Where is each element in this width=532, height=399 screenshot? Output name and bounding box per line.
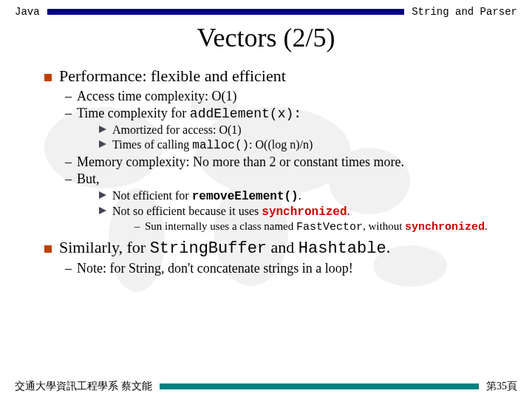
point-remove-inefficient: Not efficient for removeElement(). xyxy=(99,189,510,203)
svg-marker-9 xyxy=(99,191,106,199)
point-amortized: Amortized for access: O(1) xyxy=(99,123,510,137)
point-similarly: Similarly, for StringBuffer and Hashtabl… xyxy=(59,238,390,258)
header-right: String and Parser xyxy=(412,6,517,18)
point-performance: Performance: flexible and efficient xyxy=(59,66,286,86)
arrow-bullet-icon xyxy=(99,126,106,133)
arrow-bullet-icon xyxy=(99,191,106,199)
point-fastvector: Sun internally uses a class named FastVe… xyxy=(134,220,510,233)
arrow-bullet-icon xyxy=(99,140,106,148)
point-string-note: Note: for String, don't concatenate stri… xyxy=(65,261,510,276)
point-memory-complexity: Memory complexity: No more than 2 or con… xyxy=(65,154,510,170)
bullet-square-icon xyxy=(44,245,52,253)
header-rule xyxy=(47,9,405,15)
point-access-complexity: Access time complexity: O(1) xyxy=(65,89,510,104)
svg-marker-10 xyxy=(99,207,106,214)
arrow-bullet-icon xyxy=(99,207,106,214)
header-bar: Java String and Parser xyxy=(0,0,532,18)
bullet-square-icon xyxy=(44,74,52,81)
footer-bar: 交通大學資訊工程學系 蔡文能 第35頁 xyxy=(0,380,532,393)
svg-marker-8 xyxy=(99,140,106,148)
header-left: Java xyxy=(15,6,40,18)
point-malloc-calls: Times of calling malloc(): O((log n)/n) xyxy=(99,138,510,152)
footer-right: 第35頁 xyxy=(486,380,517,393)
point-synchronized-inefficient: Not so efficient because it uses synchro… xyxy=(99,205,510,233)
slide-title: Vectors (2/5) xyxy=(0,22,532,53)
slide-body: Performance: flexible and efficient Acce… xyxy=(0,66,532,276)
footer-rule xyxy=(160,383,480,389)
point-addelement-complexity: Time complexity for addElement(x): Amort… xyxy=(65,106,510,152)
footer-left: 交通大學資訊工程學系 蔡文能 xyxy=(15,380,152,393)
point-but: But, Not efficient for removeElement(). … xyxy=(65,171,510,233)
svg-marker-7 xyxy=(99,126,106,133)
